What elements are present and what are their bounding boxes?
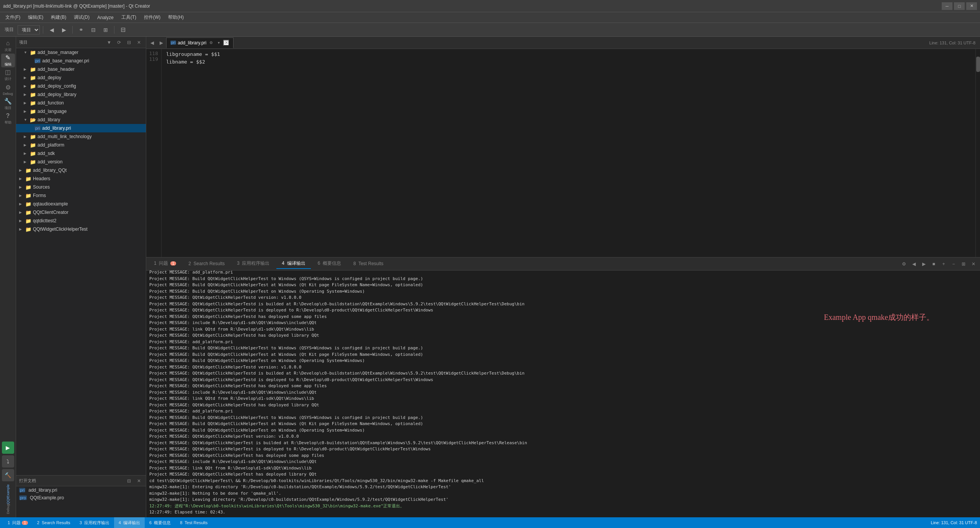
tree-item-add_language[interactable]: ▶ 📁 add_language bbox=[16, 107, 146, 116]
toolbar-link-button[interactable]: ⚭ bbox=[76, 25, 87, 35]
build-button[interactable]: 🔨 bbox=[2, 469, 14, 481]
menu-analyze[interactable]: Analyze bbox=[93, 13, 118, 22]
output-minus-button[interactable]: − bbox=[949, 260, 958, 268]
output-line-25: Project MESSAGE: QQtWidgetClickHelperTes… bbox=[149, 402, 977, 409]
run-button[interactable]: ▶ bbox=[2, 442, 14, 454]
output-settings-button[interactable]: ⚙ bbox=[900, 260, 908, 268]
toolbar-action-button[interactable]: ⊟ bbox=[118, 25, 128, 35]
output-tab-overview[interactable]: 6 概要信息 bbox=[312, 259, 346, 269]
status-tab-issues[interactable]: 1 问题 1 bbox=[3, 517, 33, 528]
output-controls: ⚙ ◀ ▶ ■ + − ⊞ ✕ bbox=[900, 260, 978, 268]
tree-item-qqtclientcreator[interactable]: ▶ 📁 QQtClientCreator bbox=[16, 208, 146, 217]
output-next-button[interactable]: ▶ bbox=[920, 260, 928, 268]
menu-controls[interactable]: 控件(W) bbox=[140, 13, 164, 22]
project-filter-button[interactable]: ▼ bbox=[105, 39, 113, 46]
tree-item-add_multi_link_technology[interactable]: ▶ 📁 add_multi_link_technology bbox=[16, 132, 146, 141]
sidebar-edit[interactable]: ✎ 编辑 bbox=[1, 54, 15, 67]
output-line-9: Project MESSAGE: QQtWidgetClickHelperTes… bbox=[149, 301, 977, 308]
tree-item-add_deploy_library[interactable]: ▶ 📁 add_deploy_library bbox=[16, 90, 146, 99]
tree-item-add_version[interactable]: ▶ 📁 add_version bbox=[16, 158, 146, 166]
output-tab-app-output[interactable]: 3 应用程序输出 bbox=[232, 259, 275, 269]
sidebar-help[interactable]: ? 帮助 bbox=[1, 112, 15, 125]
status-tab-search[interactable]: 2 Search Results bbox=[33, 517, 75, 528]
tree-item-add_library_pri[interactable]: pri add_library.pri bbox=[16, 124, 146, 132]
output-tab-issues[interactable]: 1 问题 1 bbox=[149, 259, 181, 269]
menu-edit[interactable]: 编辑(E) bbox=[24, 13, 47, 22]
output-close-button[interactable]: ✕ bbox=[969, 260, 978, 268]
output-add-button[interactable]: + bbox=[939, 260, 948, 268]
sidebar-design[interactable]: ◫ 设计 bbox=[1, 68, 15, 82]
output-line-18: Project MESSAGE: Build QQtWidgetClickHel… bbox=[149, 358, 977, 364]
tree-item-add_library_qqt[interactable]: ▶ 📁 add_library_QQt bbox=[16, 166, 146, 174]
tree-item-add_deploy_config[interactable]: ▶ 📁 add_deploy_config bbox=[16, 82, 146, 90]
toolbar-new-button[interactable]: ⊞ bbox=[100, 25, 111, 35]
menu-tools[interactable]: 工具(T) bbox=[118, 13, 140, 22]
code-content[interactable]: libgroupname = $$1 libname = $$2 bbox=[162, 49, 980, 257]
output-content[interactable]: mingw32-make[1]: Entering directory 'R:/… bbox=[146, 271, 980, 517]
status-tab-test[interactable]: 8 Test Results bbox=[175, 517, 212, 528]
tree-item-qqtwidgetclickhelpertest[interactable]: ▶ 📁 QQtWidgetClickHelperTest bbox=[16, 225, 146, 233]
tab-settings-button[interactable]: ⚙ bbox=[208, 40, 214, 46]
tree-item-add_library[interactable]: ▼ 📂 add_library bbox=[16, 116, 146, 124]
output-prev-button[interactable]: ◀ bbox=[910, 260, 918, 268]
tree-item-add_base_manager_pri[interactable]: pri add_base_manager.pri bbox=[16, 57, 146, 65]
output-tab-compile[interactable]: 4 编译输出 bbox=[276, 259, 310, 269]
open-docs-layout-button[interactable]: ⊟ bbox=[125, 477, 133, 485]
tree-item-add_deploy[interactable]: ▶ 📁 add_deploy bbox=[16, 73, 146, 82]
tree-item-add_platform[interactable]: ▶ 📁 add_platform bbox=[16, 141, 146, 149]
output-expand-button[interactable]: ⊞ bbox=[959, 260, 968, 268]
toolbar-back-button[interactable]: ◀ bbox=[46, 25, 57, 35]
tree-item-qqtdicttest2[interactable]: ▶ 📁 qqtdicttest2 bbox=[16, 217, 146, 225]
project-panel-header: 项目 ▼ ⟳ ⊟ ✕ bbox=[16, 37, 146, 48]
toolbar-split-button[interactable]: ⊟ bbox=[88, 25, 99, 35]
tab-close-button[interactable]: ✕ bbox=[223, 40, 229, 46]
tree-item-sources[interactable]: ▶ 📁 Sources bbox=[16, 183, 146, 191]
project-close-button[interactable]: ✕ bbox=[135, 39, 143, 46]
minimize-button[interactable]: ─ bbox=[942, 2, 952, 10]
status-tab-compile[interactable]: 4 编译输出 bbox=[114, 517, 145, 528]
tab-nav-back[interactable]: ◀ bbox=[148, 39, 156, 47]
tree-item-add_sdk[interactable]: ▶ 📁 add_sdk bbox=[16, 149, 146, 158]
sidebar-projects[interactable]: 🔧 项目 bbox=[1, 97, 15, 111]
tree-item-forms[interactable]: ▶ 📁 Forms bbox=[16, 191, 146, 200]
tab-dropdown-button[interactable]: ▾ bbox=[216, 40, 222, 46]
sidebar-welcome[interactable]: ⌂ 次迎 bbox=[1, 39, 15, 53]
tab-nav-forward[interactable]: ▶ bbox=[157, 39, 165, 47]
output-line-16: Project MESSAGE: Build QQtWidgetClickHel… bbox=[149, 345, 977, 352]
menu-file[interactable]: 文件(F) bbox=[2, 13, 24, 22]
output-line-17: Project MESSAGE: Build QQtWidgetClickHel… bbox=[149, 352, 977, 358]
open-doc-add-library-pri[interactable]: pri add_library.pri bbox=[16, 486, 146, 494]
scrollbar-thumb[interactable] bbox=[976, 57, 980, 72]
tree-item-qqtaudioexample[interactable]: ▶ 📁 qqtaudioexample bbox=[16, 200, 146, 208]
editor-scrollbar[interactable] bbox=[975, 49, 980, 257]
project-split-button[interactable]: ⊟ bbox=[125, 39, 133, 46]
project-sync-button[interactable]: ⟳ bbox=[115, 39, 123, 46]
open-doc-qqtexample-pro[interactable]: pro QQtExample.pro bbox=[16, 494, 146, 502]
sidebar-debug[interactable]: ⚙ Debug bbox=[1, 83, 15, 96]
tab-label-add-library: add_library.pri bbox=[178, 40, 206, 46]
tree-item-add_base_manager[interactable]: ▼ 📁 add_base_manager bbox=[16, 48, 146, 57]
close-button[interactable]: ✕ bbox=[966, 2, 977, 10]
main-layout: ⌂ 次迎 ✎ 编辑 ◫ 设计 ⚙ Debug 🔧 项目 ? 帮助 ▶ ⤵ 🔨 bbox=[0, 37, 980, 517]
status-tab-app-output[interactable]: 3 应用程序输出 bbox=[75, 517, 114, 528]
tree-item-headers[interactable]: ▶ 📁 Headers bbox=[16, 174, 146, 183]
toolbar-forward-button[interactable]: ▶ bbox=[59, 25, 69, 35]
code-view[interactable]: 118 119 libgroupname = $$1 libname = $$2 bbox=[146, 49, 980, 257]
output-tab-test[interactable]: 8 Test Results bbox=[348, 259, 389, 269]
editor-tab-add-library-pri[interactable]: pri add_library.pri ⚙ ▾ ✕ bbox=[166, 37, 234, 48]
output-line-11: Project MESSAGE: QQtWidgetClickHelperTes… bbox=[149, 314, 977, 320]
menu-build[interactable]: 构建(B) bbox=[47, 13, 70, 22]
output-stop-button[interactable]: ■ bbox=[929, 260, 938, 268]
output-line-5: Project MESSAGE: Build QQtWidgetClickHel… bbox=[149, 276, 977, 282]
output-tab-search[interactable]: 2 Search Results bbox=[183, 259, 230, 269]
menu-help[interactable]: 帮助(H) bbox=[164, 13, 188, 22]
maximize-button[interactable]: □ bbox=[954, 2, 965, 10]
project-selector[interactable]: 项目 bbox=[18, 25, 40, 34]
tree-item-add_function[interactable]: ▶ 📁 add_function bbox=[16, 99, 146, 107]
open-docs-close-button[interactable]: ✕ bbox=[135, 477, 143, 485]
menu-debug[interactable]: 调试(D) bbox=[70, 13, 93, 22]
tree-container[interactable]: ▼ 📁 add_base_manager pri add_base_manage… bbox=[16, 48, 146, 475]
tree-item-add_base_header[interactable]: ▶ 📁 add_base_header bbox=[16, 65, 146, 73]
step-button[interactable]: ⤵ bbox=[2, 455, 14, 468]
status-tab-overview[interactable]: 6 概要信息 bbox=[145, 517, 175, 528]
